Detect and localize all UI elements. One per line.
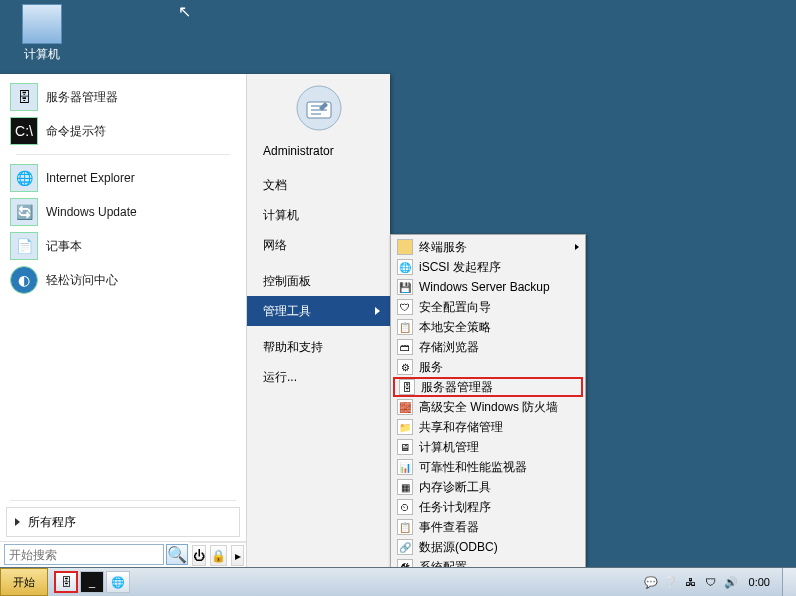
sub-security-wizard[interactable]: 🛡安全配置向导 — [393, 297, 583, 317]
power-button[interactable]: ⏻ — [192, 545, 206, 566]
sub-local-security[interactable]: 📋本地安全策略 — [393, 317, 583, 337]
username-label: Administrator — [247, 144, 390, 158]
tray-help-icon[interactable]: ❔ — [663, 574, 679, 590]
event-icon: 📋 — [397, 519, 413, 535]
sub-computer-mgmt[interactable]: 🖥计算机管理 — [393, 437, 583, 457]
globe-icon: 🌐 — [397, 259, 413, 275]
cmd-icon: C:\ — [10, 117, 38, 145]
admin-tools-submenu: 终端服务 🌐iSCSI 发起程序 💾Windows Server Backup … — [390, 234, 586, 596]
divider — [10, 500, 236, 501]
right-item-control-panel[interactable]: 控制面板 — [247, 266, 390, 296]
pinned-windows-update[interactable]: 🔄Windows Update — [6, 195, 240, 229]
right-item-run[interactable]: 运行... — [247, 362, 390, 392]
divider — [16, 154, 230, 155]
sub-storage-explorer[interactable]: 🗃存储浏览器 — [393, 337, 583, 357]
shield-icon: 🛡 — [397, 299, 413, 315]
sub-terminal-services[interactable]: 终端服务 — [393, 237, 583, 257]
sub-services[interactable]: ⚙服务 — [393, 357, 583, 377]
sub-iscsi[interactable]: 🌐iSCSI 发起程序 — [393, 257, 583, 277]
computer-icon — [22, 4, 62, 44]
tray-network-icon[interactable]: 🖧 — [683, 574, 699, 590]
right-item-help[interactable]: 帮助和支持 — [247, 332, 390, 362]
start-button[interactable]: 开始 — [0, 568, 48, 596]
pinned-apps: 🗄服务器管理器 C:\命令提示符 🌐Internet Explorer 🔄Win… — [0, 74, 246, 297]
search-input[interactable] — [4, 544, 164, 565]
pinned-command-prompt[interactable]: C:\命令提示符 — [6, 114, 240, 148]
sub-memory-diag[interactable]: ▦内存诊断工具 — [393, 477, 583, 497]
folder-icon — [397, 239, 413, 255]
tray-balloon-icon[interactable]: 💬 — [643, 574, 659, 590]
pinned-ease-of-access[interactable]: ◐轻松访问中心 — [6, 263, 240, 297]
quick-launch: 🗄 _ 🌐 — [52, 568, 132, 596]
sub-firewall[interactable]: 🧱高级安全 Windows 防火墙 — [393, 397, 583, 417]
quick-server-manager[interactable]: 🗄 — [54, 571, 78, 593]
computer-mgmt-icon: 🖥 — [397, 439, 413, 455]
desktop-icon-computer[interactable]: 计算机 — [12, 4, 72, 63]
lock-button[interactable]: 🔒 — [210, 545, 227, 566]
start-menu: 🗄服务器管理器 C:\命令提示符 🌐Internet Explorer 🔄Win… — [0, 74, 390, 567]
chevron-right-icon — [575, 244, 579, 250]
right-item-documents[interactable]: 文档 — [247, 170, 390, 200]
pinned-ie[interactable]: 🌐Internet Explorer — [6, 161, 240, 195]
sub-backup[interactable]: 💾Windows Server Backup — [393, 277, 583, 297]
share-icon: 📁 — [397, 419, 413, 435]
server-manager-icon: 🗄 — [399, 379, 415, 395]
perfmon-icon: 📊 — [397, 459, 413, 475]
arrow-right-icon — [15, 518, 20, 526]
storage-icon: 🗃 — [397, 339, 413, 355]
pinned-notepad[interactable]: 📄记事本 — [6, 229, 240, 263]
pinned-server-manager[interactable]: 🗄服务器管理器 — [6, 80, 240, 114]
cursor-icon: ↖ — [178, 2, 191, 21]
odbc-icon: 🔗 — [397, 539, 413, 555]
sub-perfmon[interactable]: 📊可靠性和性能监视器 — [393, 457, 583, 477]
right-item-network[interactable]: 网络 — [247, 230, 390, 260]
update-icon: 🔄 — [10, 198, 38, 226]
all-programs-button[interactable]: 所有程序 — [6, 507, 240, 537]
all-programs-label: 所有程序 — [28, 514, 76, 531]
backup-icon: 💾 — [397, 279, 413, 295]
quick-ie[interactable]: 🌐 — [106, 571, 130, 593]
right-item-admin-tools[interactable]: 管理工具 — [247, 296, 390, 326]
ease-icon: ◐ — [10, 266, 38, 294]
tray-volume-icon[interactable]: 🔊 — [723, 574, 739, 590]
gear-icon: ⚙ — [397, 359, 413, 375]
show-desktop-button[interactable] — [782, 568, 796, 596]
search-row: 🔍 ⏻ 🔒 ▸ — [0, 541, 246, 567]
sub-event-viewer[interactable]: 📋事件查看器 — [393, 517, 583, 537]
taskbar-clock[interactable]: 0:00 — [743, 576, 776, 588]
sub-odbc[interactable]: 🔗数据源(ODBC) — [393, 537, 583, 557]
search-button[interactable]: 🔍 — [166, 544, 188, 565]
tray-security-icon[interactable]: 🛡 — [703, 574, 719, 590]
user-picture[interactable] — [289, 82, 349, 134]
start-menu-left-column: 🗄服务器管理器 C:\命令提示符 🌐Internet Explorer 🔄Win… — [0, 74, 247, 567]
shutdown-options-button[interactable]: ▸ — [231, 545, 244, 566]
quick-cmd[interactable]: _ — [80, 571, 104, 593]
server-manager-icon: 🗄 — [10, 83, 38, 111]
ie-icon: 🌐 — [10, 164, 38, 192]
desktop-icon-label: 计算机 — [12, 46, 72, 63]
clock-icon: ⏲ — [397, 499, 413, 515]
policy-icon: 📋 — [397, 319, 413, 335]
firewall-icon: 🧱 — [397, 399, 413, 415]
system-tray: 💬 ❔ 🖧 🛡 🔊 0:00 — [637, 568, 782, 596]
sub-server-manager[interactable]: 🗄服务器管理器 — [393, 377, 583, 397]
memory-icon: ▦ — [397, 479, 413, 495]
chevron-right-icon — [375, 307, 380, 315]
right-item-computer[interactable]: 计算机 — [247, 200, 390, 230]
sub-task-scheduler[interactable]: ⏲任务计划程序 — [393, 497, 583, 517]
start-menu-right-column: Administrator 文档 计算机 网络 控制面板 管理工具 帮助和支持 … — [247, 74, 390, 567]
sub-share-storage[interactable]: 📁共享和存储管理 — [393, 417, 583, 437]
notepad-icon: 📄 — [10, 232, 38, 260]
taskbar: 开始 🗄 _ 🌐 💬 ❔ 🖧 🛡 🔊 0:00 — [0, 567, 796, 596]
